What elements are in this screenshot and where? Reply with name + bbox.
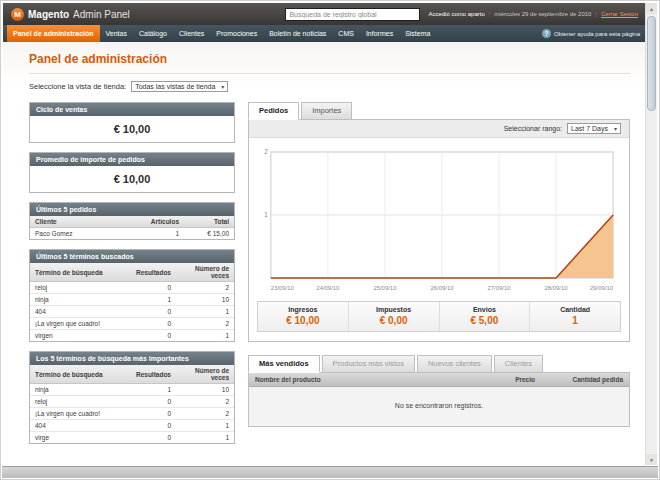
tab-most-viewed[interactable]: Productos más vistos — [322, 355, 415, 373]
cell: 1 — [176, 306, 234, 318]
brand: M Magento Admin Panel — [11, 8, 130, 21]
svg-text:28/09/10: 28/09/10 — [545, 285, 569, 291]
svg-text:24/09/10: 24/09/10 — [316, 285, 340, 291]
cell: 1 — [176, 420, 234, 432]
svg-text:26/09/10: 26/09/10 — [430, 285, 454, 291]
cell: virgen — [30, 330, 131, 342]
nav-item-catalog[interactable]: Catálogo — [133, 25, 173, 42]
cell: 0 — [131, 306, 176, 318]
top-header: M Magento Admin Panel Accedió como apart… — [3, 3, 646, 25]
help-link[interactable]: ? Obtener ayuda para esta página — [542, 25, 642, 42]
svg-text:29/09/10: 29/09/10 — [590, 285, 614, 291]
cell: ¡La virgen que cuadro! — [30, 318, 131, 330]
total-label: Impuestos — [349, 306, 439, 313]
svg-text:1: 1 — [264, 211, 268, 218]
average-orders-value: € 10,00 — [30, 166, 234, 192]
cell: 10 — [176, 384, 234, 396]
cell: 0 — [131, 330, 176, 342]
page-title: Panel de administración — [29, 48, 630, 74]
col-header: Resultados — [131, 263, 176, 282]
orders-panel: Seleccionar rango: Last 7 Days ▾ 1223/09… — [248, 119, 630, 342]
table-row[interactable]: ninja 1 10 — [30, 384, 234, 396]
last-search-terms-table: Término de búsqueda Resultados Número de… — [30, 263, 234, 341]
nav-item-dashboard[interactable]: Panel de administración — [7, 25, 100, 42]
chart-tabs: Pedidos Importes — [248, 102, 630, 120]
table-row[interactable]: ninja 1 10 — [30, 294, 234, 306]
col-header: Cliente — [30, 216, 142, 228]
tab-best-sellers[interactable]: Más vendidos — [248, 355, 320, 373]
grid-header-row: Nombre del producto Precio Cantidad pedi… — [249, 373, 629, 387]
cell: 2 — [176, 318, 234, 330]
table-row[interactable]: 404 0 1 — [30, 420, 234, 432]
browser-viewport: M Magento Admin Panel Accedió como apart… — [0, 0, 660, 480]
tab-new-customers[interactable]: Nuevos clientes — [417, 355, 492, 373]
total-value: € 0,00 — [349, 315, 439, 326]
panel-title: Los 5 términos de búsqueda más important… — [30, 352, 234, 365]
orders-chart: 1223/09/1024/09/1025/09/1026/09/1027/09/… — [257, 146, 621, 294]
chevron-down-icon: ▾ — [614, 125, 617, 132]
nav-item-promotions[interactable]: Promociones — [210, 25, 263, 42]
scrollbar-down-icon[interactable]: ▼ — [646, 454, 657, 465]
current-date-text: miércoles 29 de septiembre de 2010 — [494, 11, 591, 17]
empty-records-message: No se encontraron registros. — [249, 387, 629, 426]
cell: 2 — [176, 408, 234, 420]
cell: € 15,00 — [184, 228, 234, 240]
dashboard-sidebar: Ciclo de ventas € 10,00 Promedio de impo… — [29, 102, 235, 453]
magento-logo-icon: M — [11, 8, 24, 21]
table-row[interactable]: reloj 0 2 — [30, 282, 234, 294]
brand-suffix: Admin Panel — [73, 9, 130, 20]
content-area: Panel de administración Seleccione la vi… — [3, 42, 646, 465]
nav-item-cms[interactable]: CMS — [332, 25, 360, 42]
store-view-select[interactable]: Todas las vistas de tienda ▾ — [131, 81, 228, 92]
nav-item-customers[interactable]: Clientes — [173, 25, 210, 42]
nav-item-newsletter[interactable]: Boletín de noticias — [263, 25, 332, 42]
tab-amounts[interactable]: Importes — [301, 102, 352, 120]
col-header: Nombre del producto — [249, 373, 471, 386]
cell: ¡La virgen que cuadro! — [30, 408, 131, 420]
range-select[interactable]: Last 7 Days ▾ — [567, 123, 621, 134]
panel-title: Ciclo de ventas — [30, 103, 234, 116]
vertical-scrollbar[interactable]: ▲ ▼ — [645, 3, 657, 465]
logged-in-as-text: Accedió como aparto — [428, 11, 484, 17]
cell: 0 — [131, 420, 176, 432]
nav-item-sales[interactable]: Ventas — [100, 25, 133, 42]
scrollbar-up-icon[interactable]: ▲ — [646, 3, 657, 14]
cell: 404 — [30, 420, 131, 432]
separator: | — [489, 11, 491, 17]
tab-customers[interactable]: Clientes — [494, 355, 543, 373]
nav-item-reports[interactable]: Informes — [360, 25, 399, 42]
table-header-row: Término de búsqueda Resultados Número de… — [30, 263, 234, 282]
col-header: Término de búsqueda — [30, 263, 131, 282]
logout-link[interactable]: Cerrar Sesión — [601, 11, 638, 17]
separator: | — [595, 11, 597, 17]
help-label: Obtener ayuda para esta página — [554, 31, 640, 37]
col-header: Precio — [471, 373, 541, 386]
table-row[interactable]: virge 0 1 — [30, 432, 234, 444]
cell: reloj — [30, 282, 131, 294]
svg-text:23/09/10: 23/09/10 — [271, 285, 295, 291]
chart-area: 1223/09/1024/09/1025/09/1026/09/1027/09/… — [257, 146, 621, 294]
table-header-row: Cliente Artículos Total — [30, 216, 234, 228]
table-row[interactable]: Paco Gomez 1 € 15,00 — [30, 228, 234, 240]
global-search-input[interactable] — [285, 8, 420, 21]
total-value: € 5,00 — [440, 315, 530, 326]
chevron-down-icon: ▾ — [221, 83, 224, 90]
table-row[interactable]: reloj 0 2 — [30, 396, 234, 408]
help-icon: ? — [542, 29, 551, 38]
table-row[interactable]: 404 0 1 — [30, 306, 234, 318]
cell: 1 — [176, 330, 234, 342]
col-header: Artículos — [142, 216, 184, 228]
cell: ninja — [30, 294, 131, 306]
tab-orders[interactable]: Pedidos — [248, 102, 299, 120]
cell: Paco Gomez — [30, 228, 142, 240]
total-label: Cantidad — [530, 306, 620, 313]
table-row[interactable]: ¡La virgen que cuadro! 0 2 — [30, 408, 234, 420]
svg-text:2: 2 — [264, 148, 268, 155]
cell: 0 — [131, 318, 176, 330]
nav-item-system[interactable]: Sistema — [399, 25, 436, 42]
col-header: Cantidad pedida — [541, 373, 629, 386]
scrollbar-thumb[interactable] — [647, 16, 656, 111]
admin-page: M Magento Admin Panel Accedió como apart… — [3, 3, 646, 465]
table-row[interactable]: virgen 0 1 — [30, 330, 234, 342]
table-row[interactable]: ¡La virgen que cuadro! 0 2 — [30, 318, 234, 330]
